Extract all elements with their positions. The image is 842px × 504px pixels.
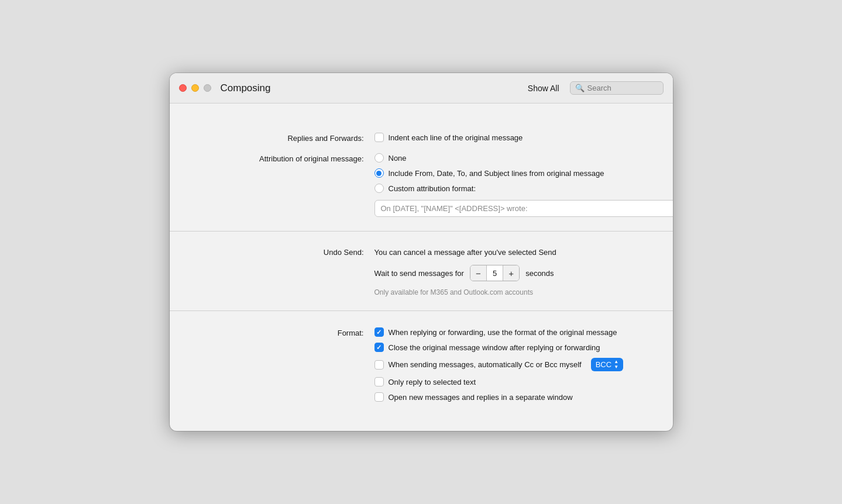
undo-send-row: Undo Send: You can cancel a message afte…: [205, 248, 638, 296]
bcc-down-arrow-icon: ▼: [614, 365, 618, 370]
titlebar: Composing Show All 🔍: [170, 73, 673, 103]
wait-label: Wait to send messages for: [374, 269, 464, 278]
traffic-lights: [179, 84, 211, 92]
close-button[interactable]: [179, 84, 187, 92]
format-label: Format:: [205, 327, 374, 337]
format-row: Format: When replying or forwarding, use…: [205, 327, 638, 402]
replies-forwards-row: Replies and Forwards: Indent each line o…: [205, 133, 638, 143]
format-use-format-checkbox[interactable]: [374, 327, 384, 337]
attribution-include-row: Include From, Date, To, and Subject line…: [374, 168, 673, 178]
attribution-custom-label: Custom attribution format:: [389, 184, 476, 193]
format-close-window-label: Close the original message window after …: [389, 343, 600, 352]
format-reply-selected-checkbox[interactable]: [374, 377, 384, 386]
search-input[interactable]: [587, 84, 658, 92]
window-title: Composing: [221, 82, 524, 94]
fullscreen-button[interactable]: [204, 84, 211, 92]
attribution-label: Attribution of original message:: [205, 153, 374, 163]
delay-stepper: − 5 +: [470, 265, 520, 281]
undo-send-info: You can cancel a message after you've se…: [374, 248, 556, 257]
stepper-value: 5: [487, 269, 503, 278]
format-use-format-row: When replying or forwarding, use the for…: [374, 327, 638, 337]
minimize-button[interactable]: [191, 84, 199, 92]
attribution-controls: None Include From, Date, To, and Subject…: [374, 153, 673, 217]
show-all-button[interactable]: Show All: [524, 81, 563, 95]
format-reply-selected-label: Only reply to selected text: [389, 378, 476, 386]
format-separate-window-row: Open new messages and replies in a separ…: [374, 392, 638, 402]
titlebar-controls: Show All 🔍: [524, 81, 664, 95]
bcc-up-arrow-icon: ▲: [614, 360, 618, 364]
search-icon: 🔍: [575, 84, 585, 92]
format-auto-cc-checkbox[interactable]: [374, 360, 384, 370]
indent-checkbox[interactable]: [374, 133, 384, 142]
stepper-plus-button[interactable]: +: [503, 265, 519, 281]
attribution-none-label: None: [389, 154, 407, 163]
attribution-none-radio[interactable]: [374, 153, 384, 163]
attribution-include-radio[interactable]: [374, 168, 384, 178]
undo-send-label: Undo Send:: [205, 248, 374, 257]
bcc-dropdown[interactable]: BCC ▲ ▼: [591, 358, 623, 371]
indent-label: Indent each line of the original message: [389, 133, 523, 142]
attribution-dropdown[interactable]: On [DATE], "[NAME]" <[ADDRESS]> wrote: ⌄: [374, 200, 673, 217]
bcc-arrows-icon: ▲ ▼: [614, 360, 618, 370]
attribution-include-label: Include From, Date, To, and Subject line…: [389, 169, 604, 178]
format-controls: When replying or forwarding, use the for…: [374, 327, 638, 402]
undo-send-controls: You can cancel a message after you've se…: [374, 248, 556, 296]
delay-unit: seconds: [525, 269, 554, 278]
attribution-none-row: None: [374, 153, 673, 163]
format-close-window-checkbox[interactable]: [374, 343, 384, 352]
format-use-format-label: When replying or forwarding, use the for…: [389, 328, 617, 337]
format-close-window-row: Close the original message window after …: [374, 343, 638, 352]
format-separate-window-label: Open new messages and replies in a separ…: [389, 393, 573, 402]
attribution-custom-row: Custom attribution format:: [374, 184, 673, 193]
undo-send-note: Only available for M365 and Outlook.com …: [374, 288, 556, 296]
attribution-row: Attribution of original message: None In…: [205, 153, 638, 217]
replies-forwards-controls: Indent each line of the original message: [374, 133, 638, 142]
section-undo-send: Undo Send: You can cancel a message afte…: [170, 231, 673, 308]
stepper-minus-button[interactable]: −: [470, 265, 487, 281]
indent-row: Indent each line of the original message: [374, 133, 638, 142]
bcc-dropdown-value: BCC: [596, 360, 611, 369]
format-auto-cc-row: When sending messages, automatically Cc …: [374, 358, 638, 371]
search-bar: 🔍: [570, 81, 664, 95]
stepper-row: Wait to send messages for − 5 + seconds: [374, 265, 556, 281]
attribution-custom-radio[interactable]: [374, 184, 384, 193]
section-format: Format: When replying or forwarding, use…: [170, 310, 673, 413]
section-replies: Replies and Forwards: Indent each line o…: [170, 121, 673, 229]
format-reply-selected-row: Only reply to selected text: [374, 377, 638, 386]
attribution-dropdown-text: On [DATE], "[NAME]" <[ADDRESS]> wrote:: [381, 204, 673, 213]
format-auto-cc-label: When sending messages, automatically Cc …: [389, 360, 582, 369]
preferences-content: Replies and Forwards: Indent each line o…: [170, 103, 673, 431]
preferences-window: Composing Show All 🔍 Replies and Forward…: [170, 73, 673, 431]
replies-forwards-label: Replies and Forwards:: [205, 133, 374, 143]
format-separate-window-checkbox[interactable]: [374, 392, 384, 402]
